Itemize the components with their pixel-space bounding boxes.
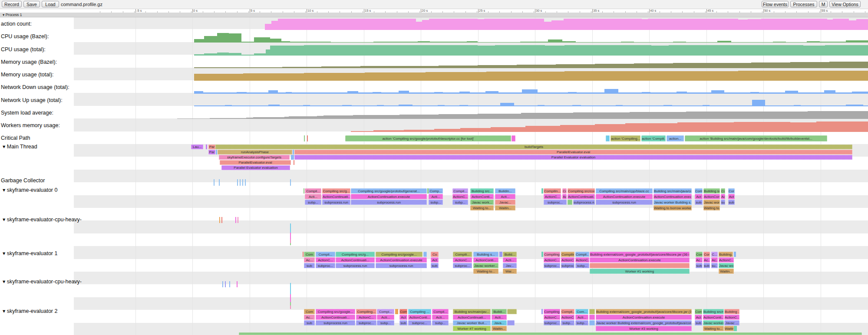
processes-button[interactable]: Processes bbox=[790, 1, 817, 7]
event-bar[interactable]: Acti... bbox=[495, 194, 515, 199]
event-bar[interactable]: ActionConti... bbox=[473, 257, 498, 263]
event-bar[interactable]: Compiling src/google... bbox=[376, 252, 422, 257]
instant-event-tick[interactable] bbox=[221, 217, 222, 223]
event-bar[interactable]: Acti... bbox=[429, 194, 443, 199]
event-bar[interactable]: Building ... bbox=[724, 309, 739, 314]
event-bar[interactable]: ActionC... bbox=[544, 257, 560, 263]
event-bar[interactable]: ParallelEvaluator.eval bbox=[220, 160, 291, 165]
event-bar[interactable]: subprocess.run bbox=[596, 200, 653, 205]
event-bar[interactable]: subproc... bbox=[356, 320, 376, 325]
event-bar[interactable]: ActionConti... bbox=[703, 194, 720, 199]
instant-event-tick[interactable] bbox=[290, 233, 291, 240]
instant-event-tick[interactable] bbox=[290, 302, 291, 305]
event-bar[interactable]: subp... bbox=[575, 320, 588, 325]
event-bar[interactable]: Act bbox=[562, 194, 567, 199]
event-bar[interactable]: Com bbox=[695, 309, 702, 314]
event-bar[interactable] bbox=[507, 309, 517, 314]
event-bar[interactable]: ActionContinuati... bbox=[453, 315, 491, 320]
event-bar[interactable]: Compili... bbox=[453, 252, 472, 257]
event-bar[interactable]: Waiting to... bbox=[703, 205, 720, 210]
event-bar[interactable]: Waiting to... bbox=[470, 205, 494, 210]
event-bar[interactable]: Wai... bbox=[503, 269, 517, 274]
event-bar[interactable]: Building src/main/java/com/go... bbox=[653, 188, 692, 194]
event-bar[interactable]: Java... bbox=[492, 320, 507, 325]
event-bar[interactable]: Javac worker... bbox=[473, 263, 498, 268]
event-bar[interactable]: subprocess.run bbox=[316, 320, 355, 325]
event-bar[interactable]: Co bbox=[431, 252, 439, 257]
event-bar[interactable]: skyframeExecutor.configureTargets bbox=[219, 155, 290, 160]
track-group-toggle[interactable]: ▾ skyframe-evaluator-cpu-heavy- bbox=[3, 216, 82, 223]
event-bar[interactable] bbox=[541, 188, 543, 194]
event-bar[interactable]: Buildin... bbox=[495, 188, 515, 194]
event-bar[interactable]: Building src... bbox=[703, 188, 720, 194]
event-bar[interactable]: ActionConti... bbox=[703, 315, 724, 320]
event-bar[interactable]: Waiting to borrow worker bbox=[653, 205, 692, 210]
instant-event-tick[interactable] bbox=[219, 217, 220, 223]
event-bar[interactable]: Compiling... bbox=[356, 309, 376, 314]
event-bar[interactable]: subp... bbox=[452, 200, 468, 205]
event-bar[interactable]: action 'Building src/main/java/com/googl… bbox=[685, 135, 827, 141]
event-bar[interactable]: ActionContinuati... bbox=[336, 257, 375, 263]
event-bar[interactable]: Com... bbox=[575, 309, 588, 314]
event-bar[interactable]: Parallel Evaluator evaluation bbox=[221, 165, 290, 170]
event-bar[interactable]: Act bbox=[431, 257, 439, 263]
flow-events-button[interactable]: Flow events bbox=[762, 1, 789, 7]
process-header[interactable]: ▾ Process 1 bbox=[0, 13, 868, 17]
event-bar[interactable]: Building src... bbox=[470, 188, 494, 194]
event-bar[interactable]: sub bbox=[431, 263, 439, 268]
instant-event-tick[interactable] bbox=[290, 179, 291, 186]
event-bar[interactable]: subprocess.run bbox=[573, 200, 595, 205]
event-bar[interactable]: Javac worker Building external/com_googl… bbox=[596, 320, 692, 325]
instant-event-tick[interactable] bbox=[290, 294, 291, 302]
event-bar[interactable]: Par bbox=[208, 145, 215, 149]
event-bar[interactable] bbox=[499, 252, 502, 257]
event-bar[interactable]: Act bbox=[728, 194, 735, 199]
event-bar[interactable] bbox=[206, 145, 207, 149]
event-bar[interactable]: ActionC... bbox=[724, 315, 739, 320]
event-bar[interactable]: Com bbox=[399, 309, 407, 314]
event-bar[interactable] bbox=[606, 135, 610, 141]
event-bar[interactable]: Javac worker Building s... bbox=[653, 200, 692, 205]
instant-event-tick[interactable] bbox=[242, 179, 243, 186]
event-bar[interactable]: Compiling... bbox=[544, 309, 560, 314]
event-bar[interactable]: subprocess.run bbox=[336, 263, 375, 268]
event-bar[interactable]: Lau... bbox=[191, 145, 203, 149]
event-bar[interactable]: Comp... bbox=[429, 188, 443, 194]
event-bar[interactable]: subp... bbox=[432, 320, 449, 325]
event-bar[interactable]: Compilin... bbox=[561, 252, 574, 257]
instant-event-tick[interactable] bbox=[222, 281, 223, 287]
event-bar[interactable]: sub bbox=[696, 263, 703, 268]
event-bar[interactable]: Ac... bbox=[711, 257, 718, 263]
event-bar[interactable]: subproc... bbox=[544, 320, 560, 325]
event-bar[interactable]: Compiling src/google/protobuf/generat... bbox=[351, 188, 427, 194]
event-bar[interactable]: Ac... bbox=[304, 257, 315, 263]
event-bar[interactable]: ActionContinuation.execute bbox=[376, 257, 427, 263]
event-bar[interactable]: Building external/com_google_protobuf/ja… bbox=[596, 309, 692, 314]
event-bar[interactable]: Waiting to... bbox=[703, 326, 724, 331]
event-bar[interactable] bbox=[307, 135, 308, 141]
event-bar[interactable]: ActionC... bbox=[575, 257, 589, 263]
event-bar[interactable]: Javac ... bbox=[724, 320, 739, 325]
instant-event-tick[interactable] bbox=[238, 217, 238, 223]
event-bar[interactable]: Act bbox=[695, 194, 703, 199]
event-bar[interactable]: C... bbox=[711, 252, 718, 257]
event-bar[interactable]: sub bbox=[721, 200, 725, 205]
event-bar[interactable]: Waitin... bbox=[495, 205, 515, 210]
event-bar[interactable]: su... bbox=[711, 263, 718, 268]
event-bar[interactable]: Build... bbox=[503, 252, 517, 257]
event-bar[interactable]: buildTargets bbox=[215, 145, 852, 149]
event-bar[interactable]: ActionContinuation.execute bbox=[351, 194, 427, 199]
event-bar[interactable]: action 'Compiling src/google/protobuf/de… bbox=[345, 135, 511, 141]
event-bar[interactable] bbox=[589, 309, 595, 314]
instant-event-tick[interactable] bbox=[245, 179, 246, 186]
event-bar[interactable]: subp... bbox=[575, 263, 589, 268]
track-group-toggle[interactable]: ▾ skyframe-evaluator 1 bbox=[3, 250, 57, 256]
event-bar[interactable]: Com bbox=[695, 188, 703, 194]
event-bar[interactable]: Worker #1 working bbox=[590, 269, 690, 274]
m-button[interactable]: M bbox=[819, 1, 828, 7]
event-bar[interactable]: Javac work... bbox=[470, 200, 494, 205]
event-bar[interactable]: Com bbox=[304, 309, 315, 314]
event-bar[interactable] bbox=[541, 252, 543, 257]
event-bar[interactable]: Javac wo... bbox=[719, 263, 734, 268]
event-bar[interactable]: runAnalysisPhase bbox=[218, 150, 292, 154]
